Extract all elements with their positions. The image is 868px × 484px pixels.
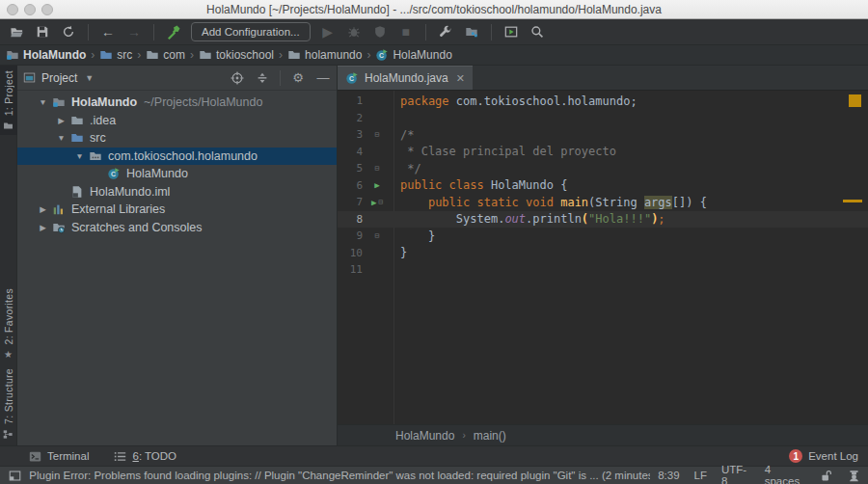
tool-button-structure[interactable]: 7: Structure <box>0 363 17 444</box>
code-text: * Clase principal del proyecto <box>392 145 616 158</box>
code-line-8[interactable]: 8 System.out.println("Hola!!!"); <box>338 211 868 229</box>
run-gutter-icon[interactable]: ▶ <box>371 198 376 207</box>
iml-icon <box>69 184 85 200</box>
left-tool-stripe: 1: Project 2: Favorites ★ 7: Structure <box>0 66 17 445</box>
scratches-icon <box>51 220 67 235</box>
run-gutter-icon[interactable]: ▶ <box>374 180 379 190</box>
run-anything-icon[interactable] <box>502 23 520 40</box>
tree-expand-arrow-icon[interactable]: ▶ <box>35 223 51 232</box>
breadcrumb-class[interactable]: HolaMundo <box>395 429 454 443</box>
line-number: 11 <box>338 263 363 276</box>
nav-breadcrumb-com[interactable]: com <box>146 48 185 62</box>
tree-item-holamundo-iml[interactable]: HolaMundo.iml <box>17 183 337 202</box>
nav-breadcrumb-tokioschool[interactable]: tokioschool <box>199 48 274 62</box>
nav-breadcrumb-holamundo[interactable]: holamundo <box>287 48 362 62</box>
tab-holamundo-java[interactable]: C HolaMundo.java ✕ <box>338 66 473 90</box>
run-icon[interactable]: ▶ <box>319 23 337 40</box>
unlock-icon[interactable] <box>820 469 833 483</box>
tree-item-com-tokioschool-holamundo[interactable]: ▼com.tokioschool.holamundo <box>17 148 337 166</box>
search-everywhere-icon[interactable] <box>529 23 546 40</box>
caret-position[interactable]: 8:39 <box>658 470 679 481</box>
tool-button-project[interactable]: 1: Project <box>0 66 17 135</box>
stop-icon[interactable]: ■ <box>397 23 415 40</box>
project-view-selector[interactable]: Project ▼ <box>23 71 94 85</box>
close-window-button[interactable] <box>7 4 18 15</box>
code-line-3[interactable]: 3⊟/* <box>338 126 868 144</box>
fold-marker-icon[interactable]: ⊟ <box>375 164 380 173</box>
line-ending[interactable]: LF <box>694 470 707 481</box>
code-editor[interactable]: 1package com.tokioschool.holamundo;23⊟/*… <box>338 91 868 424</box>
code-line-10[interactable]: 10} <box>338 245 868 262</box>
navigation-bar: HolaMundo›src›com›tokioschool›holamundo›… <box>0 45 868 66</box>
save-all-icon[interactable] <box>34 23 51 40</box>
sync-icon[interactable] <box>60 23 77 40</box>
tool-window-switcher-icon[interactable] <box>8 469 21 483</box>
project-structure-icon[interactable] <box>463 23 480 40</box>
code-line-2[interactable]: 2 <box>338 110 868 127</box>
breadcrumb-method[interactable]: main() <box>474 429 506 443</box>
fold-marker-icon[interactable]: ⊟ <box>378 198 383 206</box>
collapse-all-icon[interactable] <box>255 70 270 86</box>
code-line-1[interactable]: 1package com.tokioschool.holamundo; <box>338 93 868 110</box>
package-icon <box>88 148 103 164</box>
editor-tabs: C HolaMundo.java ✕ <box>338 66 868 91</box>
fold-marker-icon[interactable]: ⊟ <box>375 130 380 139</box>
tree-expand-arrow-icon[interactable]: ▼ <box>53 133 69 143</box>
file-encoding[interactable]: UTF-8 <box>721 464 750 484</box>
tool-button-todo[interactable]: 6: TODO <box>114 450 176 463</box>
debug-bug-icon[interactable] <box>345 23 363 40</box>
libs-icon <box>51 202 67 217</box>
tree-expand-arrow-icon[interactable]: ▼ <box>71 151 88 161</box>
project-folder-icon <box>6 48 19 62</box>
locate-file-icon[interactable] <box>230 70 245 86</box>
code-line-11[interactable]: 11 <box>338 261 868 279</box>
chevron-right-icon: › <box>190 48 194 62</box>
line-number: 2 <box>338 112 363 124</box>
window-controls[interactable] <box>7 4 53 15</box>
fold-marker-icon[interactable]: ⊟ <box>375 231 380 240</box>
tree-item-holamundo[interactable]: CHolaMundo <box>17 165 337 183</box>
tree-item--idea[interactable]: ▶.idea <box>17 112 337 130</box>
code-text: /* <box>392 128 414 142</box>
tree-item-holamundo[interactable]: ▼HolaMundo~/Projects/HolaMundo <box>17 94 337 112</box>
nav-breadcrumb-holamundo[interactable]: HolaMundo <box>6 48 86 62</box>
tree-expand-arrow-icon[interactable]: ▼ <box>35 97 51 107</box>
open-file-icon[interactable] <box>8 23 25 40</box>
tree-item-external-libraries[interactable]: ▶External Libraries <box>17 201 337 219</box>
gear-icon[interactable]: ⚙ <box>290 70 306 86</box>
nav-breadcrumb-holamundo[interactable]: CHolaMundo <box>375 48 451 62</box>
status-message[interactable]: Plugin Error: Problems found loading plu… <box>29 470 650 481</box>
tree-expand-arrow-icon[interactable]: ▶ <box>53 116 69 125</box>
chevron-right-icon: › <box>91 48 95 62</box>
inspections-hector-icon[interactable] <box>847 469 860 483</box>
nav-breadcrumb-src[interactable]: src <box>99 48 132 62</box>
hide-panel-icon[interactable]: — <box>315 70 331 86</box>
coverage-icon[interactable] <box>371 23 389 40</box>
editor-breadcrumbs: HolaMundo › main() <box>338 424 868 445</box>
maximize-window-button[interactable] <box>41 4 53 15</box>
back-icon[interactable]: ← <box>99 23 117 40</box>
code-line-6[interactable]: 6▶public class HolaMundo { <box>338 177 868 195</box>
titlebar: HolaMundo [~/Projects/HolaMundo] - .../s… <box>0 0 868 19</box>
tree-expand-arrow-icon[interactable]: ▶ <box>35 204 51 214</box>
code-line-5[interactable]: 5⊟ */ <box>338 160 868 177</box>
tool-button-terminal[interactable]: Terminal <box>29 450 89 463</box>
code-line-4[interactable]: 4 * Clase principal del proyecto <box>338 144 868 161</box>
close-icon[interactable]: ✕ <box>456 72 465 85</box>
status-bar: Plugin Error: Problems found loading plu… <box>0 466 868 484</box>
event-log-badge[interactable]: 1 <box>789 449 802 463</box>
tool-button-favorites[interactable]: 2: Favorites ★ <box>0 283 17 363</box>
code-line-9[interactable]: 9⊟ } <box>338 228 868 245</box>
add-configuration-button[interactable]: Add Configuration... <box>191 22 311 41</box>
indent-setting[interactable]: 4 spaces <box>765 464 805 484</box>
code-line-7[interactable]: 7▶⊟ public static void main(String args[… <box>338 194 868 211</box>
forward-icon[interactable]: → <box>125 23 143 40</box>
minimize-window-button[interactable] <box>24 4 36 15</box>
build-hammer-icon[interactable] <box>165 23 182 40</box>
chevron-right-icon: › <box>462 430 465 441</box>
tool-button-event-log[interactable]: Event Log <box>808 450 858 462</box>
settings-wrench-icon[interactable] <box>437 23 454 40</box>
tree-item-scratches-and-consoles[interactable]: ▶Scratches and Consoles <box>17 219 337 237</box>
tree-item-src[interactable]: ▼src <box>17 129 337 148</box>
line-number: 3 <box>338 128 363 141</box>
